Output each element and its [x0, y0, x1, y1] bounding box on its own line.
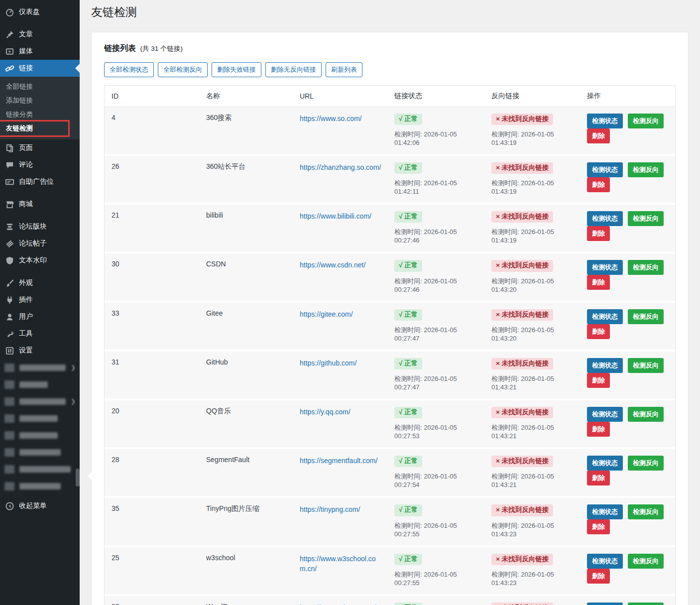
sidebar-item-redacted[interactable]: ❯ [0, 359, 80, 376]
sidebar-item-tools[interactable]: 工具 [0, 325, 80, 342]
sidebar-item-dashboard[interactable]: 仪表盘 [0, 3, 80, 20]
status-badge: √ 正常 [394, 211, 422, 223]
cell-status: √ 正常 检测时间: 2026-01-05 00:27:53 [387, 400, 484, 449]
delete-button[interactable]: 删除 [587, 422, 610, 437]
settings-icon [4, 346, 14, 356]
sidebar-item-forum-posts[interactable]: 论坛帖子 [0, 235, 80, 252]
collapse-menu-button[interactable]: 收起菜单 [0, 497, 80, 514]
toolbar-button-2[interactable]: 删除失效链接 [212, 62, 261, 77]
sidebar-item-users[interactable]: 用户 [0, 308, 80, 325]
check-backlink-button[interactable]: 检测反向 [628, 407, 664, 422]
submenu-item[interactable]: 添加链接 [0, 94, 80, 108]
check-backlink-button[interactable]: 检测反向 [628, 554, 664, 569]
link-url[interactable]: https://www.bilibili.com/ [300, 211, 371, 221]
check-status-button[interactable]: 检测状态 [587, 358, 623, 373]
toolbar-button-1[interactable]: 全部检测反向 [158, 62, 208, 77]
submenu-item[interactable]: 友链检测 [0, 121, 80, 135]
check-status-button[interactable]: 检测状态 [587, 211, 623, 226]
sidebar-item-pin[interactable]: 文章 [0, 26, 80, 43]
link-url[interactable]: https://segmentfault.com/ [300, 456, 377, 466]
check-status-button[interactable]: 检测状态 [587, 603, 623, 605]
sidebar-item-redacted[interactable] [0, 427, 80, 444]
table-row: 26 360站长平台 https://zhanzhang.so.com/ √ 正… [105, 156, 675, 205]
sidebar-item-appearance[interactable]: 外观 [0, 274, 80, 291]
check-backlink-button[interactable]: 检测反向 [628, 260, 664, 275]
check-status-button[interactable]: 检测状态 [587, 407, 623, 422]
cell-status: √ 正常 检测时间: 2026-01-05 00:27:55 [387, 547, 484, 596]
delete-button[interactable]: 删除 [587, 226, 610, 241]
cell-actions: 检测状态 检测反向 删除 [580, 107, 675, 156]
sidebar-menu: 仪表盘文章媒体链接全部链接添加链接链接分类友链检测页面评论自助广告位商城论坛版块… [0, 3, 80, 514]
sidebar-item-ad[interactable]: 自助广告位 [0, 173, 80, 190]
link-url[interactable]: https://www.csdn.net/ [300, 260, 365, 270]
sidebar-item-media[interactable]: 媒体 [0, 43, 80, 60]
sidebar-item-forum-sections[interactable]: 论坛版块 [0, 218, 80, 235]
sidebar-item-pages[interactable]: 页面 [0, 139, 80, 156]
link-name: CSDN [206, 260, 226, 268]
link-url[interactable]: https://zhanzhang.so.com/ [300, 162, 381, 172]
cell-backlink: × 未找到反向链接 检测时间: 2026-01-05 01:43:21 [484, 400, 580, 449]
check-backlink-button[interactable]: 检测反向 [628, 309, 664, 324]
backlink-badge: × 未找到反向链接 [491, 407, 553, 418]
check-backlink-button[interactable]: 检测反向 [628, 456, 664, 471]
toolbar-button-4[interactable]: 刷新列表 [326, 62, 362, 77]
link-url[interactable]: https://www.w3school.com.cn/ [300, 554, 383, 574]
check-status-button[interactable]: 检测状态 [587, 456, 623, 471]
check-status-button[interactable]: 检测状态 [587, 114, 623, 128]
check-backlink-button[interactable]: 检测反向 [628, 603, 664, 605]
check-backlink-button[interactable]: 检测反向 [628, 114, 664, 128]
link-url[interactable]: https://github.com/ [300, 358, 356, 368]
link-url[interactable]: https://tinypng.com/ [300, 504, 360, 514]
link-url[interactable]: https://y.qq.com/ [300, 407, 350, 417]
delete-button[interactable]: 删除 [587, 128, 610, 143]
check-status-button[interactable]: 检测状态 [587, 554, 623, 569]
check-backlink-button[interactable]: 检测反向 [628, 358, 664, 373]
column-header: ID [105, 86, 199, 107]
sidebar-item-plugins[interactable]: 插件 [0, 291, 80, 308]
delete-button[interactable]: 删除 [587, 275, 610, 290]
cell-id: 21 [105, 205, 199, 253]
table-row: 35 TinyPng图片压缩 https://tinypng.com/ √ 正常… [105, 498, 675, 547]
delete-button[interactable]: 删除 [587, 519, 610, 534]
sidebar-item-redacted[interactable]: ❯ [0, 393, 80, 410]
delete-button[interactable]: 删除 [587, 324, 610, 339]
sidebar-item-redacted[interactable] [0, 461, 80, 478]
cell-url: https://www.csdn.net/ [293, 253, 387, 302]
check-status-button[interactable]: 检测状态 [587, 504, 623, 519]
check-backlink-button[interactable]: 检测反向 [628, 211, 664, 226]
submenu-item[interactable]: 链接分类 [0, 108, 80, 121]
delete-button[interactable]: 删除 [587, 177, 610, 192]
link-name: WordPress [206, 603, 240, 605]
link-url[interactable]: https://cn.wordpress.org/ [300, 603, 376, 605]
sidebar-item-label: 页面 [19, 143, 33, 152]
check-status-button[interactable]: 检测状态 [587, 309, 623, 324]
link-url[interactable]: https://gitee.com/ [300, 309, 353, 319]
check-backlink-button[interactable]: 检测反向 [628, 162, 664, 177]
delete-button[interactable]: 删除 [587, 471, 610, 485]
redacted-icon [4, 431, 14, 440]
sidebar-item-comments[interactable]: 评论 [0, 156, 80, 173]
sidebar-item-redacted[interactable] [0, 410, 80, 427]
sidebar-item-settings[interactable]: 设置 [0, 342, 80, 359]
sidebar-item-redacted[interactable] [0, 444, 80, 461]
link-url[interactable]: https://www.so.com/ [300, 114, 361, 123]
submenu-item[interactable]: 全部链接 [0, 80, 80, 94]
check-backlink-button[interactable]: 检测反向 [628, 504, 664, 519]
toolbar-button-0[interactable]: 全部检测状态 [104, 62, 154, 77]
sidebar-item-link[interactable]: 链接 [0, 60, 80, 77]
delete-button[interactable]: 删除 [587, 373, 610, 388]
sidebar-scrollbar-thumb[interactable] [76, 469, 80, 486]
check-status-button[interactable]: 检测状态 [587, 162, 623, 177]
sidebar-item-store[interactable]: 商城 [0, 196, 80, 213]
sidebar-item-watermark-shield[interactable]: 文本水印 [0, 252, 80, 269]
redacted-icon [4, 448, 14, 457]
toolbar-button-3[interactable]: 删除无反向链接 [265, 62, 322, 77]
link-id: 25 [112, 554, 119, 562]
check-status-button[interactable]: 检测状态 [587, 260, 623, 275]
column-header: 操作 [580, 86, 675, 107]
sidebar-item-redacted[interactable] [0, 376, 80, 393]
delete-button[interactable]: 删除 [587, 569, 610, 584]
cell-name: 360搜索 [199, 107, 293, 156]
sidebar-item-redacted[interactable] [0, 478, 80, 494]
cell-name: CSDN [199, 253, 293, 302]
